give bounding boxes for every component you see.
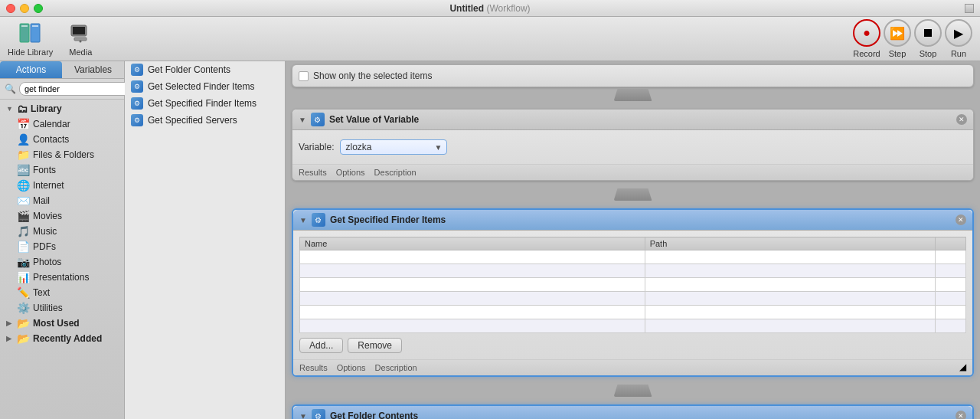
sidebar-item-text[interactable]: ✏️ Text — [0, 285, 124, 300]
record-label: Record — [853, 49, 880, 58]
minimize-button[interactable] — [20, 4, 29, 13]
sidebar-item-calendar[interactable]: 📅 Calendar — [0, 116, 124, 132]
tab-results-gsfi[interactable]: Results — [299, 362, 328, 374]
sidebar-item-music[interactable]: 🎵 Music — [0, 224, 124, 239]
tab-actions[interactable]: Actions — [0, 61, 62, 78]
svg-rect-5 — [73, 27, 85, 34]
movies-icon: 🎬 — [17, 210, 30, 222]
tab-options-gsfi[interactable]: Options — [337, 362, 366, 374]
sidebar-item-pdfs[interactable]: 📄 PDFs — [0, 239, 124, 254]
stop-label: Stop — [920, 49, 937, 58]
table-cell-extra — [936, 250, 966, 264]
sidebar-item-fonts[interactable]: 🔤 Fonts — [0, 162, 124, 178]
sidebar-item-recently-added[interactable]: ▶ 📂 Recently Added — [0, 331, 124, 346]
get-specified-body: Name Path Add... — [293, 231, 972, 359]
workflow-area[interactable]: Show only the selected items ▼ ⚙ Set Val… — [286, 61, 980, 419]
internet-icon: 🌐 — [17, 179, 30, 191]
sidebar-item-library[interactable]: ▼ 🗂 Library — [0, 101, 124, 116]
table-cell-extra — [936, 264, 966, 278]
connector-shape-3 — [614, 385, 652, 397]
action-icon-servers: ⚙ — [131, 114, 143, 126]
step-button[interactable]: ⏩ Step — [884, 19, 911, 58]
set-variable-body: Variable: zlozka ▼ — [292, 130, 973, 164]
media-button[interactable]: Media — [68, 21, 93, 57]
sidebar-item-contacts[interactable]: 👤 Contacts — [0, 132, 124, 147]
collapse-arrow-gfc[interactable]: ▼ — [299, 412, 307, 420]
sidebar-item-label: Recently Added — [33, 333, 102, 344]
traffic-lights[interactable] — [6, 4, 43, 13]
svg-rect-3 — [32, 25, 38, 27]
sidebar-item-label: Library — [31, 103, 62, 114]
table-cell-path — [645, 306, 935, 319]
sidebar-item-mail[interactable]: ✉️ Mail — [0, 193, 124, 208]
sidebar-item-label: Files & Folders — [33, 149, 94, 160]
hide-library-label: Hide Library — [8, 47, 53, 57]
contacts-icon: 👤 — [17, 133, 30, 146]
table-cell-name — [300, 278, 645, 292]
action-get-specified-servers[interactable]: ⚙ Get Specified Servers — [125, 112, 285, 129]
action-label: Get Specified Servers — [148, 115, 237, 126]
action-get-selected-finder[interactable]: ⚙ Get Selected Finder Items — [125, 78, 285, 95]
tab-description-sv[interactable]: Description — [374, 166, 416, 178]
remove-button[interactable]: Remove — [348, 338, 402, 353]
main-area: Actions Variables 🔍 ✕ ▼ 🗂 Library 📅 Cale… — [0, 61, 980, 419]
action-get-specified-finder[interactable]: ⚙ Get Specified Finder Items — [125, 95, 285, 112]
photos-icon: 📷 — [17, 256, 30, 268]
text-icon: ✏️ — [17, 286, 30, 299]
get-folder-close[interactable]: ✕ — [956, 411, 966, 419]
table-cell-name — [300, 319, 645, 333]
titlebar: Untitled (Workflow) — [0, 0, 980, 17]
run-label: Run — [951, 49, 966, 58]
sidebar-item-utilities[interactable]: ⚙️ Utilities — [0, 300, 124, 316]
hide-library-button[interactable]: Hide Library — [8, 21, 53, 57]
calendar-icon: 📅 — [17, 118, 30, 130]
presentations-icon: 📊 — [17, 271, 30, 283]
library-tree-icon: 🗂 — [17, 103, 28, 115]
pdf-icon: 📄 — [17, 241, 30, 253]
action-icon-folder: ⚙ — [131, 64, 143, 76]
sidebar-item-label: Internet — [33, 180, 64, 191]
sidebar: Actions Variables 🔍 ✕ ▼ 🗂 Library 📅 Cale… — [0, 61, 125, 419]
sidebar-item-label: PDFs — [33, 241, 56, 252]
set-variable-close[interactable]: ✕ — [956, 114, 967, 125]
connector-3 — [286, 383, 980, 398]
action-list: ⚙ Get Folder Contents ⚙ Get Selected Fin… — [125, 61, 286, 419]
table-row — [300, 250, 966, 264]
sidebar-item-internet[interactable]: 🌐 Internet — [0, 178, 124, 193]
table-cell-name — [300, 250, 645, 264]
table-cell-path — [645, 278, 935, 292]
action-icon-finder1: ⚙ — [131, 80, 143, 93]
stop-button[interactable]: ⏹ Stop — [914, 19, 942, 58]
close-button[interactable] — [6, 4, 15, 13]
get-specified-close[interactable]: ✕ — [956, 214, 966, 225]
tab-variables[interactable]: Variables — [62, 61, 124, 78]
resize-control[interactable] — [965, 4, 974, 13]
show-only-checkbox[interactable] — [299, 71, 309, 81]
table-cell-path — [645, 292, 935, 306]
tab-results-sv[interactable]: Results — [299, 166, 327, 178]
record-button[interactable]: ● Record — [853, 19, 880, 58]
toolbar-right: ● Record ⏩ Step ⏹ Stop ▶ Run — [853, 19, 972, 58]
set-variable-card: ▼ ⚙ Set Value of Variable ✕ Variable: zl… — [292, 109, 974, 181]
collapse-arrow-gsfi[interactable]: ▼ — [299, 216, 307, 224]
sidebar-item-photos[interactable]: 📷 Photos — [0, 254, 124, 270]
run-button[interactable]: ▶ Run — [945, 19, 972, 58]
sidebar-item-movies[interactable]: 🎬 Movies — [0, 208, 124, 224]
sidebar-item-most-used[interactable]: ▶ 📂 Most Used — [0, 316, 124, 331]
get-specified-title: Get Specified Finder Items — [330, 214, 951, 225]
zoom-button[interactable] — [34, 4, 43, 13]
table-cell-path — [645, 250, 935, 264]
tab-description-gsfi[interactable]: Description — [375, 362, 417, 374]
search-input[interactable] — [19, 82, 136, 96]
add-button[interactable]: Add... — [299, 338, 343, 353]
variable-select[interactable]: zlozka ▼ — [340, 139, 447, 155]
tab-options-sv[interactable]: Options — [336, 166, 365, 178]
partial-card: Show only the selected items — [292, 64, 974, 87]
action-get-folder-contents[interactable]: ⚙ Get Folder Contents — [125, 61, 285, 78]
sidebar-item-presentations[interactable]: 📊 Presentations — [0, 270, 124, 285]
collapse-arrow[interactable]: ▼ — [299, 116, 306, 124]
sidebar-item-files-folders[interactable]: 📁 Files & Folders — [0, 147, 124, 162]
sidebar-item-label: Contacts — [33, 134, 69, 145]
show-only-row: Show only the selected items — [299, 70, 432, 81]
mail-icon: ✉️ — [17, 195, 30, 207]
